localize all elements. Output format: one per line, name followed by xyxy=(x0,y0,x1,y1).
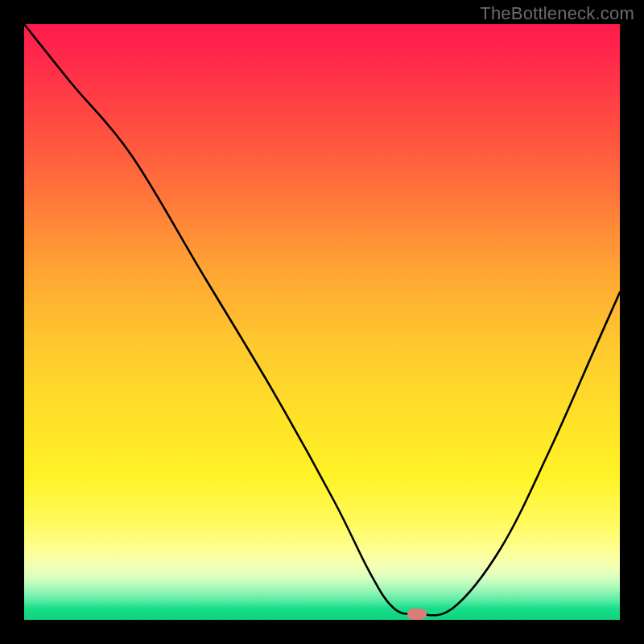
plot-area xyxy=(24,24,620,620)
bottleneck-curve xyxy=(24,24,620,620)
optimal-marker xyxy=(407,609,427,620)
chart-frame: TheBottleneck.com xyxy=(0,0,644,644)
watermark-text: TheBottleneck.com xyxy=(480,3,634,24)
